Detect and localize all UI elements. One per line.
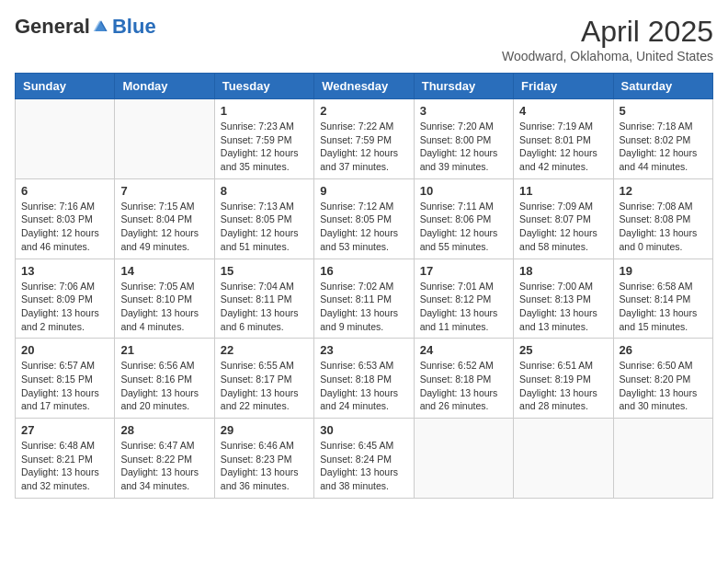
calendar-header-row: SundayMondayTuesdayWednesdayThursdayFrid… <box>16 74 713 99</box>
day-number: 11 <box>519 184 607 198</box>
calendar-cell: 6Sunrise: 7:16 AM Sunset: 8:03 PM Daylig… <box>16 178 115 259</box>
day-info: Sunrise: 7:18 AM Sunset: 8:02 PM Dayligh… <box>620 120 707 174</box>
day-number: 29 <box>221 423 308 437</box>
calendar-cell: 10Sunrise: 7:11 AM Sunset: 8:06 PM Dayli… <box>414 178 513 259</box>
day-number: 21 <box>120 343 208 357</box>
day-number: 18 <box>519 264 607 278</box>
calendar-week-row: 1Sunrise: 7:23 AM Sunset: 7:59 PM Daylig… <box>16 99 713 179</box>
day-info: Sunrise: 6:55 AM Sunset: 8:17 PM Dayligh… <box>221 359 308 413</box>
calendar-cell: 24Sunrise: 6:52 AM Sunset: 8:18 PM Dayli… <box>414 339 513 419</box>
day-info: Sunrise: 7:08 AM Sunset: 8:08 PM Dayligh… <box>620 200 707 254</box>
calendar-cell: 13Sunrise: 7:06 AM Sunset: 8:09 PM Dayli… <box>16 259 115 339</box>
calendar-cell: 8Sunrise: 7:13 AM Sunset: 8:05 PM Daylig… <box>214 178 313 259</box>
calendar-cell: 14Sunrise: 7:05 AM Sunset: 8:10 PM Dayli… <box>115 259 214 339</box>
col-header-thursday: Thursday <box>414 74 513 99</box>
calendar-cell <box>514 419 613 499</box>
day-number: 17 <box>420 264 507 278</box>
day-number: 26 <box>620 343 707 357</box>
col-header-sunday: Sunday <box>16 74 115 99</box>
col-header-monday: Monday <box>115 74 214 99</box>
col-header-tuesday: Tuesday <box>214 74 313 99</box>
day-info: Sunrise: 6:56 AM Sunset: 8:16 PM Dayligh… <box>120 359 208 413</box>
day-number: 19 <box>620 264 707 278</box>
col-header-saturday: Saturday <box>613 74 712 99</box>
day-info: Sunrise: 7:22 AM Sunset: 7:59 PM Dayligh… <box>320 120 407 174</box>
day-info: Sunrise: 6:53 AM Sunset: 8:18 PM Dayligh… <box>320 359 407 413</box>
calendar-cell: 29Sunrise: 6:46 AM Sunset: 8:23 PM Dayli… <box>214 419 313 499</box>
logo-blue-text: Blue <box>112 15 156 39</box>
day-number: 8 <box>221 184 308 198</box>
col-header-wednesday: Wednesday <box>314 74 414 99</box>
subtitle: Woodward, Oklahoma, United States <box>502 49 713 63</box>
calendar-cell: 16Sunrise: 7:02 AM Sunset: 8:11 PM Dayli… <box>314 259 414 339</box>
calendar-week-row: 20Sunrise: 6:57 AM Sunset: 8:15 PM Dayli… <box>16 339 713 419</box>
day-info: Sunrise: 7:09 AM Sunset: 8:07 PM Dayligh… <box>519 200 607 254</box>
day-number: 15 <box>221 264 308 278</box>
calendar-cell: 15Sunrise: 7:04 AM Sunset: 8:11 PM Dayli… <box>214 259 313 339</box>
col-header-friday: Friday <box>514 74 613 99</box>
day-info: Sunrise: 7:20 AM Sunset: 8:00 PM Dayligh… <box>420 120 507 174</box>
logo: General Blue <box>15 15 156 39</box>
day-info: Sunrise: 7:06 AM Sunset: 8:09 PM Dayligh… <box>21 280 108 334</box>
calendar-cell: 4Sunrise: 7:19 AM Sunset: 8:01 PM Daylig… <box>514 99 613 179</box>
calendar-cell: 20Sunrise: 6:57 AM Sunset: 8:15 PM Dayli… <box>16 339 115 419</box>
day-number: 6 <box>21 184 108 198</box>
day-number: 24 <box>420 343 507 357</box>
day-info: Sunrise: 7:05 AM Sunset: 8:10 PM Dayligh… <box>120 280 208 334</box>
day-number: 10 <box>420 184 507 198</box>
calendar: SundayMondayTuesdayWednesdayThursdayFrid… <box>15 73 713 499</box>
calendar-week-row: 27Sunrise: 6:48 AM Sunset: 8:21 PM Dayli… <box>16 419 713 499</box>
day-number: 2 <box>320 104 407 118</box>
logo-icon <box>92 17 110 36</box>
day-number: 1 <box>221 104 308 118</box>
calendar-cell: 22Sunrise: 6:55 AM Sunset: 8:17 PM Dayli… <box>214 339 313 419</box>
calendar-cell: 11Sunrise: 7:09 AM Sunset: 8:07 PM Dayli… <box>514 178 613 259</box>
calendar-cell: 9Sunrise: 7:12 AM Sunset: 8:05 PM Daylig… <box>314 178 414 259</box>
day-info: Sunrise: 7:19 AM Sunset: 8:01 PM Dayligh… <box>519 120 607 174</box>
calendar-cell: 18Sunrise: 7:00 AM Sunset: 8:13 PM Dayli… <box>514 259 613 339</box>
day-number: 30 <box>320 423 407 437</box>
day-number: 22 <box>221 343 308 357</box>
calendar-cell: 17Sunrise: 7:01 AM Sunset: 8:12 PM Dayli… <box>414 259 513 339</box>
day-number: 23 <box>320 343 407 357</box>
day-info: Sunrise: 6:45 AM Sunset: 8:24 PM Dayligh… <box>320 439 407 493</box>
calendar-cell <box>613 419 712 499</box>
month-title: April 2025 <box>502 15 713 49</box>
calendar-cell: 25Sunrise: 6:51 AM Sunset: 8:19 PM Dayli… <box>514 339 613 419</box>
day-info: Sunrise: 6:50 AM Sunset: 8:20 PM Dayligh… <box>620 359 707 413</box>
calendar-cell: 23Sunrise: 6:53 AM Sunset: 8:18 PM Dayli… <box>314 339 414 419</box>
day-number: 9 <box>320 184 407 198</box>
day-info: Sunrise: 7:15 AM Sunset: 8:04 PM Dayligh… <box>120 200 208 254</box>
title-area: April 2025 Woodward, Oklahoma, United St… <box>502 15 713 63</box>
day-info: Sunrise: 7:00 AM Sunset: 8:13 PM Dayligh… <box>519 280 607 334</box>
day-info: Sunrise: 7:02 AM Sunset: 8:11 PM Dayligh… <box>320 280 407 334</box>
day-info: Sunrise: 6:57 AM Sunset: 8:15 PM Dayligh… <box>21 359 108 413</box>
day-number: 16 <box>320 264 407 278</box>
calendar-cell: 19Sunrise: 6:58 AM Sunset: 8:14 PM Dayli… <box>613 259 712 339</box>
calendar-cell: 7Sunrise: 7:15 AM Sunset: 8:04 PM Daylig… <box>115 178 214 259</box>
header: General Blue April 2025 Woodward, Oklaho… <box>15 15 713 63</box>
calendar-cell <box>16 99 115 179</box>
calendar-cell: 27Sunrise: 6:48 AM Sunset: 8:21 PM Dayli… <box>16 419 115 499</box>
day-info: Sunrise: 6:51 AM Sunset: 8:19 PM Dayligh… <box>519 359 607 413</box>
day-info: Sunrise: 6:48 AM Sunset: 8:21 PM Dayligh… <box>21 439 108 493</box>
day-info: Sunrise: 6:58 AM Sunset: 8:14 PM Dayligh… <box>620 280 707 334</box>
day-number: 3 <box>420 104 507 118</box>
calendar-cell: 12Sunrise: 7:08 AM Sunset: 8:08 PM Dayli… <box>613 178 712 259</box>
day-number: 13 <box>21 264 108 278</box>
calendar-cell: 28Sunrise: 6:47 AM Sunset: 8:22 PM Dayli… <box>115 419 214 499</box>
day-info: Sunrise: 6:47 AM Sunset: 8:22 PM Dayligh… <box>120 439 208 493</box>
calendar-cell: 21Sunrise: 6:56 AM Sunset: 8:16 PM Dayli… <box>115 339 214 419</box>
day-number: 4 <box>519 104 607 118</box>
day-number: 14 <box>120 264 208 278</box>
day-info: Sunrise: 7:16 AM Sunset: 8:03 PM Dayligh… <box>21 200 108 254</box>
calendar-cell <box>414 419 513 499</box>
day-number: 5 <box>620 104 707 118</box>
day-info: Sunrise: 7:13 AM Sunset: 8:05 PM Dayligh… <box>221 200 308 254</box>
day-info: Sunrise: 7:23 AM Sunset: 7:59 PM Dayligh… <box>221 120 308 174</box>
day-number: 7 <box>120 184 208 198</box>
calendar-week-row: 6Sunrise: 7:16 AM Sunset: 8:03 PM Daylig… <box>16 178 713 259</box>
day-number: 12 <box>620 184 707 198</box>
day-info: Sunrise: 7:12 AM Sunset: 8:05 PM Dayligh… <box>320 200 407 254</box>
day-info: Sunrise: 7:11 AM Sunset: 8:06 PM Dayligh… <box>420 200 507 254</box>
